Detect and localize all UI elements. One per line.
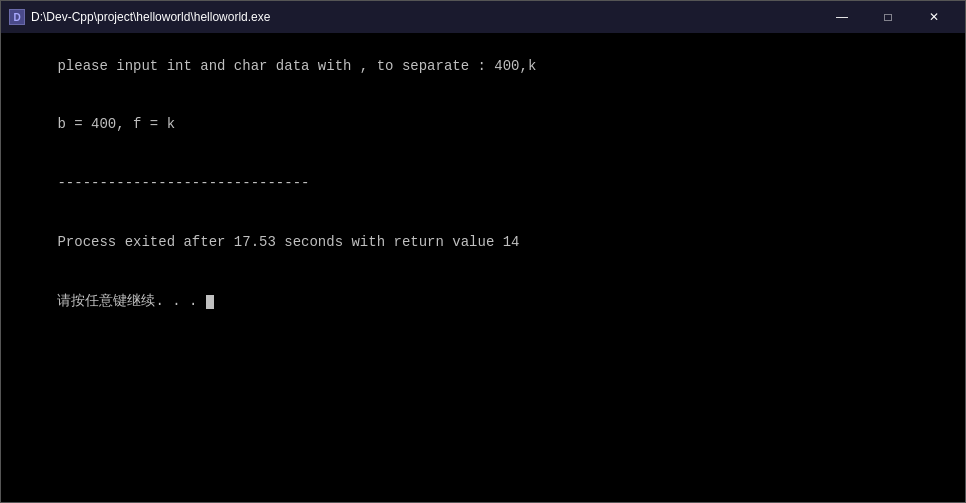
app-icon: D [9,9,25,25]
console-body[interactable]: please input int and char data with , to… [1,33,965,502]
console-window: D D:\Dev-Cpp\project\helloworld\hellowor… [0,0,966,503]
console-output: please input int and char data with , to… [7,37,959,331]
console-line4: 请按任意键继续. . . [57,293,205,309]
maximize-button[interactable]: □ [865,1,911,33]
console-line3: Process exited after 17.53 seconds with … [57,234,519,250]
console-line2: b = 400, f = k [57,116,175,132]
title-bar: D D:\Dev-Cpp\project\helloworld\hellowor… [1,1,965,33]
close-button[interactable]: ✕ [911,1,957,33]
cursor-blink [206,295,214,309]
console-divider: ------------------------------ [57,175,309,191]
minimize-button[interactable]: — [819,1,865,33]
window-controls: — □ ✕ [819,1,957,33]
title-bar-left: D D:\Dev-Cpp\project\helloworld\hellowor… [9,9,270,25]
console-line1: please input int and char data with , to… [57,58,536,74]
window-title: D:\Dev-Cpp\project\helloworld\helloworld… [31,10,270,24]
